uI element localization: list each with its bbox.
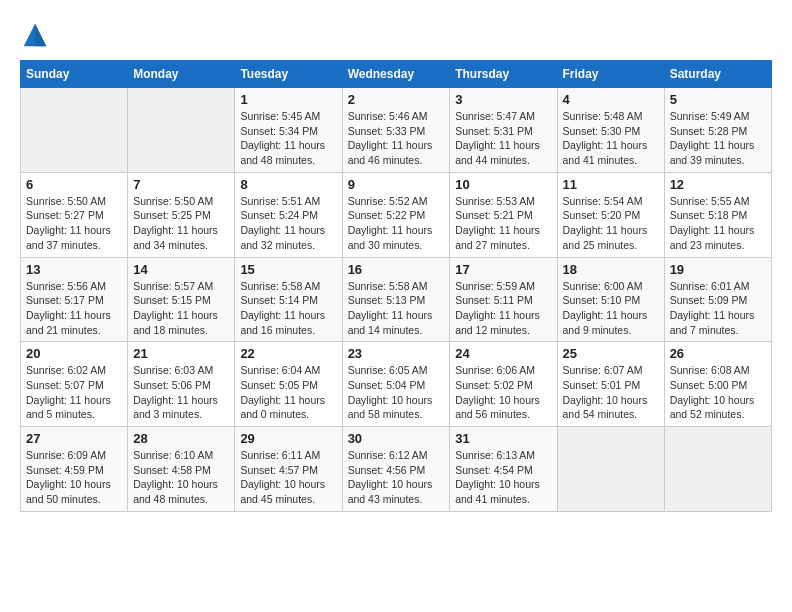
day-number: 16 <box>348 262 445 277</box>
calendar-cell: 16Sunrise: 5:58 AM Sunset: 5:13 PM Dayli… <box>342 257 450 342</box>
calendar-week-row: 1Sunrise: 5:45 AM Sunset: 5:34 PM Daylig… <box>21 88 772 173</box>
calendar-cell: 2Sunrise: 5:46 AM Sunset: 5:33 PM Daylig… <box>342 88 450 173</box>
day-number: 12 <box>670 177 766 192</box>
logo-icon <box>20 20 50 50</box>
day-number: 18 <box>563 262 659 277</box>
day-number: 2 <box>348 92 445 107</box>
day-number: 6 <box>26 177 122 192</box>
calendar-cell: 27Sunrise: 6:09 AM Sunset: 4:59 PM Dayli… <box>21 427 128 512</box>
calendar-week-row: 13Sunrise: 5:56 AM Sunset: 5:17 PM Dayli… <box>21 257 772 342</box>
calendar-cell: 28Sunrise: 6:10 AM Sunset: 4:58 PM Dayli… <box>128 427 235 512</box>
day-number: 20 <box>26 346 122 361</box>
day-info: Sunrise: 5:59 AM Sunset: 5:11 PM Dayligh… <box>455 279 551 338</box>
day-number: 3 <box>455 92 551 107</box>
day-number: 1 <box>240 92 336 107</box>
column-header-thursday: Thursday <box>450 61 557 88</box>
day-info: Sunrise: 6:08 AM Sunset: 5:00 PM Dayligh… <box>670 363 766 422</box>
day-info: Sunrise: 6:11 AM Sunset: 4:57 PM Dayligh… <box>240 448 336 507</box>
day-number: 14 <box>133 262 229 277</box>
calendar-cell: 13Sunrise: 5:56 AM Sunset: 5:17 PM Dayli… <box>21 257 128 342</box>
day-info: Sunrise: 5:58 AM Sunset: 5:13 PM Dayligh… <box>348 279 445 338</box>
logo <box>20 20 54 50</box>
calendar-cell: 5Sunrise: 5:49 AM Sunset: 5:28 PM Daylig… <box>664 88 771 173</box>
calendar-cell <box>664 427 771 512</box>
day-info: Sunrise: 6:01 AM Sunset: 5:09 PM Dayligh… <box>670 279 766 338</box>
day-number: 8 <box>240 177 336 192</box>
calendar-week-row: 27Sunrise: 6:09 AM Sunset: 4:59 PM Dayli… <box>21 427 772 512</box>
day-info: Sunrise: 6:06 AM Sunset: 5:02 PM Dayligh… <box>455 363 551 422</box>
calendar-cell: 26Sunrise: 6:08 AM Sunset: 5:00 PM Dayli… <box>664 342 771 427</box>
day-number: 4 <box>563 92 659 107</box>
calendar-cell: 1Sunrise: 5:45 AM Sunset: 5:34 PM Daylig… <box>235 88 342 173</box>
day-info: Sunrise: 6:04 AM Sunset: 5:05 PM Dayligh… <box>240 363 336 422</box>
calendar-cell: 18Sunrise: 6:00 AM Sunset: 5:10 PM Dayli… <box>557 257 664 342</box>
day-info: Sunrise: 5:47 AM Sunset: 5:31 PM Dayligh… <box>455 109 551 168</box>
calendar-cell: 7Sunrise: 5:50 AM Sunset: 5:25 PM Daylig… <box>128 172 235 257</box>
calendar-cell: 21Sunrise: 6:03 AM Sunset: 5:06 PM Dayli… <box>128 342 235 427</box>
day-info: Sunrise: 6:03 AM Sunset: 5:06 PM Dayligh… <box>133 363 229 422</box>
day-info: Sunrise: 5:49 AM Sunset: 5:28 PM Dayligh… <box>670 109 766 168</box>
day-info: Sunrise: 5:56 AM Sunset: 5:17 PM Dayligh… <box>26 279 122 338</box>
calendar-cell: 24Sunrise: 6:06 AM Sunset: 5:02 PM Dayli… <box>450 342 557 427</box>
day-number: 27 <box>26 431 122 446</box>
day-info: Sunrise: 5:55 AM Sunset: 5:18 PM Dayligh… <box>670 194 766 253</box>
day-info: Sunrise: 6:10 AM Sunset: 4:58 PM Dayligh… <box>133 448 229 507</box>
calendar-cell: 4Sunrise: 5:48 AM Sunset: 5:30 PM Daylig… <box>557 88 664 173</box>
calendar-cell: 29Sunrise: 6:11 AM Sunset: 4:57 PM Dayli… <box>235 427 342 512</box>
day-info: Sunrise: 5:54 AM Sunset: 5:20 PM Dayligh… <box>563 194 659 253</box>
day-number: 7 <box>133 177 229 192</box>
calendar-cell: 11Sunrise: 5:54 AM Sunset: 5:20 PM Dayli… <box>557 172 664 257</box>
day-number: 31 <box>455 431 551 446</box>
column-header-sunday: Sunday <box>21 61 128 88</box>
calendar-cell: 10Sunrise: 5:53 AM Sunset: 5:21 PM Dayli… <box>450 172 557 257</box>
calendar-cell: 30Sunrise: 6:12 AM Sunset: 4:56 PM Dayli… <box>342 427 450 512</box>
calendar-cell: 8Sunrise: 5:51 AM Sunset: 5:24 PM Daylig… <box>235 172 342 257</box>
column-header-tuesday: Tuesday <box>235 61 342 88</box>
day-number: 11 <box>563 177 659 192</box>
day-number: 13 <box>26 262 122 277</box>
day-info: Sunrise: 5:52 AM Sunset: 5:22 PM Dayligh… <box>348 194 445 253</box>
day-info: Sunrise: 5:46 AM Sunset: 5:33 PM Dayligh… <box>348 109 445 168</box>
calendar-cell: 20Sunrise: 6:02 AM Sunset: 5:07 PM Dayli… <box>21 342 128 427</box>
day-number: 26 <box>670 346 766 361</box>
day-number: 28 <box>133 431 229 446</box>
day-number: 10 <box>455 177 551 192</box>
page-header <box>20 20 772 50</box>
day-number: 30 <box>348 431 445 446</box>
day-info: Sunrise: 6:13 AM Sunset: 4:54 PM Dayligh… <box>455 448 551 507</box>
day-info: Sunrise: 5:58 AM Sunset: 5:14 PM Dayligh… <box>240 279 336 338</box>
day-info: Sunrise: 5:50 AM Sunset: 5:27 PM Dayligh… <box>26 194 122 253</box>
column-header-wednesday: Wednesday <box>342 61 450 88</box>
day-number: 9 <box>348 177 445 192</box>
day-number: 23 <box>348 346 445 361</box>
day-number: 21 <box>133 346 229 361</box>
calendar-cell: 31Sunrise: 6:13 AM Sunset: 4:54 PM Dayli… <box>450 427 557 512</box>
calendar-cell: 15Sunrise: 5:58 AM Sunset: 5:14 PM Dayli… <box>235 257 342 342</box>
calendar-week-row: 20Sunrise: 6:02 AM Sunset: 5:07 PM Dayli… <box>21 342 772 427</box>
calendar-cell <box>557 427 664 512</box>
day-info: Sunrise: 6:12 AM Sunset: 4:56 PM Dayligh… <box>348 448 445 507</box>
day-info: Sunrise: 5:53 AM Sunset: 5:21 PM Dayligh… <box>455 194 551 253</box>
column-header-friday: Friday <box>557 61 664 88</box>
calendar-table: SundayMondayTuesdayWednesdayThursdayFrid… <box>20 60 772 512</box>
day-number: 29 <box>240 431 336 446</box>
column-header-monday: Monday <box>128 61 235 88</box>
calendar-header-row: SundayMondayTuesdayWednesdayThursdayFrid… <box>21 61 772 88</box>
calendar-cell: 14Sunrise: 5:57 AM Sunset: 5:15 PM Dayli… <box>128 257 235 342</box>
calendar-cell: 23Sunrise: 6:05 AM Sunset: 5:04 PM Dayli… <box>342 342 450 427</box>
calendar-cell: 22Sunrise: 6:04 AM Sunset: 5:05 PM Dayli… <box>235 342 342 427</box>
calendar-cell: 3Sunrise: 5:47 AM Sunset: 5:31 PM Daylig… <box>450 88 557 173</box>
calendar-cell: 6Sunrise: 5:50 AM Sunset: 5:27 PM Daylig… <box>21 172 128 257</box>
day-info: Sunrise: 5:51 AM Sunset: 5:24 PM Dayligh… <box>240 194 336 253</box>
day-number: 17 <box>455 262 551 277</box>
day-info: Sunrise: 5:48 AM Sunset: 5:30 PM Dayligh… <box>563 109 659 168</box>
column-header-saturday: Saturday <box>664 61 771 88</box>
calendar-cell: 9Sunrise: 5:52 AM Sunset: 5:22 PM Daylig… <box>342 172 450 257</box>
calendar-cell: 19Sunrise: 6:01 AM Sunset: 5:09 PM Dayli… <box>664 257 771 342</box>
day-info: Sunrise: 5:50 AM Sunset: 5:25 PM Dayligh… <box>133 194 229 253</box>
day-number: 24 <box>455 346 551 361</box>
calendar-cell: 12Sunrise: 5:55 AM Sunset: 5:18 PM Dayli… <box>664 172 771 257</box>
day-number: 19 <box>670 262 766 277</box>
day-number: 22 <box>240 346 336 361</box>
calendar-week-row: 6Sunrise: 5:50 AM Sunset: 5:27 PM Daylig… <box>21 172 772 257</box>
